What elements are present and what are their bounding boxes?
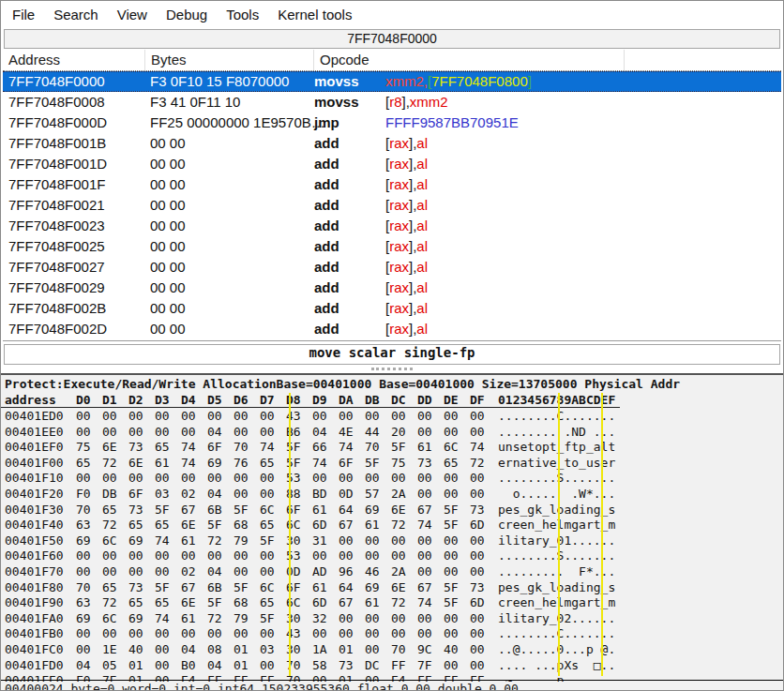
disasm-opcode: add [rax],al — [314, 154, 781, 174]
hex-row[interactable]: 00401F40 637265656E5F68656C6D676172745F6… — [1, 518, 783, 533]
hex-ascii: ........S....... — [498, 471, 615, 487]
column-header-extra[interactable] — [625, 50, 781, 70]
menu-item-file[interactable]: File — [3, 3, 44, 26]
hex-row[interactable]: 00401F60 0000000000000000530000000000000… — [1, 548, 783, 564]
hex-byte: 04 — [207, 425, 234, 441]
hex-byte: 5F — [207, 595, 234, 611]
disasm-opcode: movss [r8],xmm2 — [314, 92, 781, 113]
disasm-row[interactable]: 7FF7048F001B 00 00 add [rax],al — [3, 133, 781, 154]
hex-row[interactable]: 00401F10 0000000000000000530000000000000… — [1, 471, 783, 487]
column-header-opcode[interactable]: Opcode — [314, 50, 625, 70]
hex-byte: 00 — [260, 409, 286, 425]
disasm-row[interactable]: 7FF7048F0023 00 00 add [rax],al — [3, 216, 781, 236]
hex-byte: 00 — [155, 564, 181, 580]
hex-byte: 00 — [207, 409, 234, 425]
disasm-row[interactable]: 7FF7048F0021 00 00 add [rax],al — [3, 195, 781, 216]
disasm-mnemonic: add — [314, 278, 385, 298]
hex-row[interactable]: 00401ED0 0000000000000000430000000000000… — [1, 409, 783, 425]
disasm-address: 7FF7048F001F — [3, 174, 145, 195]
hex-byte: 6D — [312, 595, 339, 611]
hex-row[interactable]: 00401F00 65726E61746976655F746F5F7573657… — [1, 456, 783, 472]
hex-byte: 1E — [102, 642, 128, 658]
hex-byte: 00 — [155, 425, 181, 441]
hex-row[interactable]: 00401FA0 696C69746172795F303200000000000… — [1, 611, 783, 627]
hex-byte: DB — [102, 487, 128, 503]
hex-row[interactable]: 00401F50 696C69746172795F303100000000000… — [1, 533, 783, 549]
hex-byte: 03 — [155, 487, 181, 503]
disasm-row[interactable]: 7FF7048F002B 00 00 add [rax],al — [3, 298, 781, 319]
hex-ascii: ernative_to_user — [498, 456, 615, 472]
disasm-address: 7FF7048F000D — [3, 113, 145, 133]
disasm-row[interactable]: 7FF7048F0025 00 00 add [rax],al — [3, 236, 781, 257]
hex-row[interactable]: 00401F30 7065735F676B5F6C6F6164696E675F7… — [1, 503, 783, 518]
hex-byte: 00 — [102, 548, 128, 564]
hex-byte: 00 — [234, 626, 260, 642]
disasm-address: 7FF7048F0021 — [3, 195, 145, 216]
disasm-bytes: F3 0F10 15 F8070000 — [145, 72, 314, 91]
hex-byte: 6B — [207, 503, 234, 518]
hex-byte: 4E — [339, 425, 365, 441]
hex-row-address: 00401F20 — [1, 487, 76, 503]
disasm-opcode: add [rax],al — [314, 319, 781, 339]
hex-byte: 63 — [76, 518, 102, 533]
hex-byte: 6F — [207, 440, 234, 456]
hex-row[interactable]: 00401EF0 756E7365746F70745F6674705F616C7… — [1, 440, 783, 456]
hex-row[interactable]: 00401F80 7065735F676B5F6C6F6164696E675F7… — [1, 580, 783, 596]
hex-row-address: 00401F50 — [1, 533, 76, 549]
hex-byte: 65 — [102, 580, 128, 596]
hex-row[interactable]: 00401EE0 0000000000040000B6044E442000000… — [1, 425, 783, 441]
hex-byte: 61 — [181, 533, 207, 549]
hex-byte: 00 — [234, 564, 260, 580]
menu-item-search[interactable]: Search — [44, 3, 108, 26]
menu-item-debug[interactable]: Debug — [157, 3, 217, 26]
disasm-row[interactable]: 7FF7048F0029 00 00 add [rax],al — [3, 278, 781, 298]
menu-item-kernel-tools[interactable]: Kernel tools — [268, 3, 361, 26]
hex-col-label: DD — [417, 393, 444, 407]
hex-ascii: creen_helmgart_m — [498, 595, 615, 611]
disasm-row[interactable]: 7FF7048F002D 00 00 add [rax],al — [3, 319, 781, 339]
hex-byte: 72 — [207, 533, 234, 549]
disasm-row[interactable]: 7FF7048F0008 F3 41 0F11 10 movss [r8],xm… — [3, 92, 781, 113]
hex-ascii: ........S....... — [498, 548, 615, 564]
disasm-row[interactable]: 7FF7048F001D 00 00 add [rax],al — [3, 154, 781, 174]
hex-byte: 73 — [128, 580, 155, 596]
disasm-operands: xmm2,[7FF7048F0800] — [385, 72, 532, 91]
hex-byte: 00 — [417, 471, 444, 487]
operand-token: rax — [389, 321, 409, 337]
disasm-bytes: 00 00 — [145, 278, 314, 298]
disasm-row[interactable]: 7FF7048F0027 00 00 add [rax],al — [3, 257, 781, 278]
disasm-bytes: 00 00 — [145, 319, 314, 339]
hex-byte: 73 — [417, 456, 444, 472]
operand-token: rax — [389, 135, 409, 151]
hex-byte: 00 — [417, 425, 444, 441]
hex-byte: 00 — [155, 642, 181, 658]
hex-row[interactable]: 00401FD0 04050100B0040100705873DCFF7F000… — [1, 658, 783, 674]
hex-byte: 70 — [76, 580, 102, 596]
column-header-bytes[interactable]: Bytes — [145, 50, 314, 70]
hex-row[interactable]: 00401F20 F0DB6F030204000088BD0D572A00000… — [1, 487, 783, 503]
hex-byte: 00 — [155, 409, 181, 425]
hex-byte: 00 — [470, 425, 496, 441]
splitter-handle[interactable] — [1, 366, 783, 372]
hex-byte: 01 — [234, 642, 260, 658]
hex-row[interactable]: 00401FB0 0000000000000000430000000000000… — [1, 626, 783, 642]
disasm-row[interactable]: 7FF7048F000D FF25 00000000 1E9570B… jmp … — [3, 113, 781, 133]
hex-col-label: DB — [365, 393, 391, 407]
menu-item-tools[interactable]: Tools — [217, 3, 268, 26]
hex-byte: 00 — [155, 626, 181, 642]
disasm-operands: [rax],al — [385, 216, 428, 236]
column-header-address[interactable]: Address — [3, 50, 145, 70]
menu-item-view[interactable]: View — [108, 3, 157, 26]
disasm-row[interactable]: 7FF7048F0000 F3 0F10 15 F8070000 movss x… — [3, 71, 781, 92]
hex-column-header: address D0D1D2D3D4D5D6D7D8D9DADBDCDDDEDF… — [1, 393, 620, 408]
hex-byte: 79 — [234, 611, 260, 627]
hex-byte: 6E — [181, 518, 207, 533]
hex-col-label: D5 — [207, 393, 234, 407]
hex-row[interactable]: 00401F90 637265656E5F68656C6D676172745F6… — [1, 595, 783, 611]
hex-row[interactable]: 00401FC0 001E400004080103301A0100709C400… — [1, 642, 783, 658]
disasm-row[interactable]: 7FF7048F001F 00 00 add [rax],al — [3, 174, 781, 195]
hex-byte: 73 — [470, 580, 496, 596]
hex-byte: 61 — [312, 503, 339, 518]
hex-ascii: creen_helmgart_m — [498, 518, 615, 533]
hex-row[interactable]: 00401F70 00000000020400000DAD96462A00000… — [1, 564, 783, 580]
